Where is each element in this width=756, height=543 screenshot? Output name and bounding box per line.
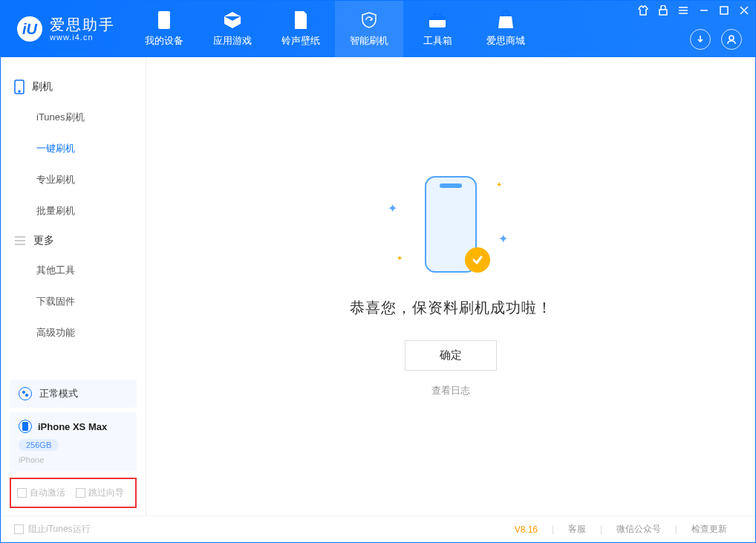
svg-point-14: [19, 91, 20, 92]
cube-icon: [223, 10, 242, 30]
titlebar-right-actions: [690, 29, 742, 50]
version-label: V8.16: [500, 524, 553, 535]
main-content: ✦ ✦ ✦ ✦ 恭喜您，保资料刷机成功啦！ 确定 查看日志: [146, 57, 755, 516]
tab-apps-games[interactable]: 应用游戏: [198, 1, 267, 57]
sidebar-item-download-firmware[interactable]: 下载固件: [1, 286, 146, 317]
download-button[interactable]: [690, 29, 711, 50]
phone-notch: [440, 183, 462, 188]
tab-label: 铃声壁纸: [281, 34, 320, 48]
storage-badge: 256GB: [19, 439, 59, 451]
svg-rect-9: [720, 7, 728, 14]
section-title-text: 更多: [33, 234, 54, 247]
tab-label: 爱思商城: [486, 34, 525, 48]
shirt-icon[interactable]: [638, 5, 648, 16]
tab-my-device[interactable]: 我的设备: [130, 1, 198, 57]
music-file-icon: [291, 10, 310, 30]
check-badge-icon: [465, 247, 490, 273]
lock-icon[interactable]: [659, 5, 668, 16]
app-name-text: 爱思助手: [50, 16, 115, 33]
tab-label: 工具箱: [423, 34, 452, 48]
tab-smart-flash[interactable]: 智能刷机: [335, 1, 403, 57]
checkbox-auto-activate[interactable]: 自动激活: [17, 487, 65, 499]
checkbox-label: 阻止iTunes运行: [28, 523, 91, 536]
svg-point-1: [163, 26, 166, 28]
bag-icon: [496, 10, 515, 30]
tab-label: 应用游戏: [213, 34, 252, 48]
sidebar-bottom: 正常模式 iPhone XS Max 256GB iPhone 自动激活: [1, 375, 146, 516]
svg-rect-3: [429, 16, 446, 20]
section-title-text: 刷机: [32, 80, 53, 94]
sync-icon: [19, 387, 32, 400]
success-illustration: ✦ ✦ ✦ ✦: [410, 176, 492, 280]
sidebar-item-batch-flash[interactable]: 批量刷机: [1, 195, 146, 227]
success-message: 恭喜您，保资料刷机成功啦！: [350, 298, 553, 318]
statusbar-right: V8.16 客服 微信公众号 检查更新: [500, 523, 742, 536]
sidebar-item-pro-flash[interactable]: 专业刷机: [1, 164, 146, 195]
sparkle-icon: ✦: [498, 232, 508, 246]
app-logo-icon: iU: [17, 16, 42, 42]
status-link-update[interactable]: 检查更新: [677, 523, 742, 536]
app-window: iU 爱思助手 www.i4.cn 我的设备 应用游戏 铃声壁纸 智能刷机: [0, 0, 756, 543]
tab-ringtone-wallpaper[interactable]: 铃声壁纸: [267, 1, 335, 57]
tab-toolbox[interactable]: 工具箱: [403, 1, 472, 57]
titlebar: iU 爱思助手 www.i4.cn 我的设备 应用游戏 铃声壁纸 智能刷机: [1, 1, 755, 57]
tab-store[interactable]: 爱思商城: [472, 1, 540, 57]
checkbox-skip-guide[interactable]: 跳过向导: [76, 487, 124, 499]
checkbox-label: 跳过向导: [88, 487, 124, 499]
device-panel[interactable]: iPhone XS Max 256GB iPhone: [10, 412, 137, 472]
mode-label: 正常模式: [39, 387, 78, 400]
toolbox-icon: [428, 10, 447, 30]
checkbox-icon: [14, 524, 24, 534]
device-icon: [14, 79, 25, 94]
sidebar-section-more: 更多: [1, 227, 146, 255]
highlighted-checks-box: 自动激活 跳过向导: [10, 478, 137, 508]
checkbox-icon: [76, 488, 85, 498]
device-name: iPhone XS Max: [38, 421, 107, 432]
svg-point-18: [22, 391, 25, 394]
window-controls-top: [638, 5, 749, 16]
sidebar-item-other-tools[interactable]: 其他工具: [1, 255, 146, 286]
app-name: 爱思助手 www.i4.cn: [50, 16, 115, 42]
minimize-button[interactable]: [699, 5, 709, 16]
svg-point-19: [25, 394, 28, 397]
maximize-button[interactable]: [720, 6, 729, 15]
sparkle-icon: ✦: [388, 201, 397, 215]
tab-label: 我的设备: [145, 34, 183, 48]
tab-label: 智能刷机: [350, 34, 388, 48]
app-url-text: www.i4.cn: [50, 33, 115, 42]
svg-point-12: [729, 36, 734, 40]
sidebar: 刷机 iTunes刷机 一键刷机 专业刷机 批量刷机 更多 其他工具 下载固件 …: [1, 57, 146, 516]
menu-lines-icon[interactable]: [678, 6, 688, 15]
main-tabs: 我的设备 应用游戏 铃声壁纸 智能刷机 工具箱 爱思商城: [130, 1, 540, 57]
sparkle-icon: ✦: [397, 254, 403, 262]
sidebar-item-advanced[interactable]: 高级功能: [1, 317, 146, 348]
sparkle-icon: ✦: [496, 181, 502, 189]
svg-rect-4: [659, 10, 667, 15]
ok-button[interactable]: 确定: [405, 340, 497, 371]
svg-rect-20: [22, 422, 28, 431]
status-link-support[interactable]: 客服: [553, 523, 601, 536]
statusbar: 阻止iTunes运行 V8.16 客服 微信公众号 检查更新: [1, 516, 755, 542]
body: 刷机 iTunes刷机 一键刷机 专业刷机 批量刷机 更多 其他工具 下载固件 …: [1, 57, 755, 516]
device-type: iPhone: [19, 455, 44, 464]
refresh-shield-icon: [359, 10, 379, 30]
close-button[interactable]: [739, 5, 749, 16]
sidebar-item-oneclick-flash[interactable]: 一键刷机: [1, 133, 146, 164]
app-brand: iU 爱思助手 www.i4.cn: [17, 1, 130, 57]
phone-icon: [154, 10, 174, 30]
user-button[interactable]: [721, 29, 742, 50]
view-log-link[interactable]: 查看日志: [431, 384, 470, 397]
sidebar-item-itunes-flash[interactable]: iTunes刷机: [1, 102, 146, 133]
sidebar-section-flash: 刷机: [1, 72, 146, 102]
list-icon: [14, 235, 26, 246]
mode-panel[interactable]: 正常模式: [10, 380, 137, 408]
checkbox-block-itunes[interactable]: 阻止iTunes运行: [14, 523, 91, 536]
checkbox-label: 自动激活: [30, 487, 65, 499]
status-link-wechat[interactable]: 微信公众号: [602, 523, 676, 536]
checkbox-icon: [17, 488, 27, 498]
phone-small-icon: [19, 420, 32, 433]
